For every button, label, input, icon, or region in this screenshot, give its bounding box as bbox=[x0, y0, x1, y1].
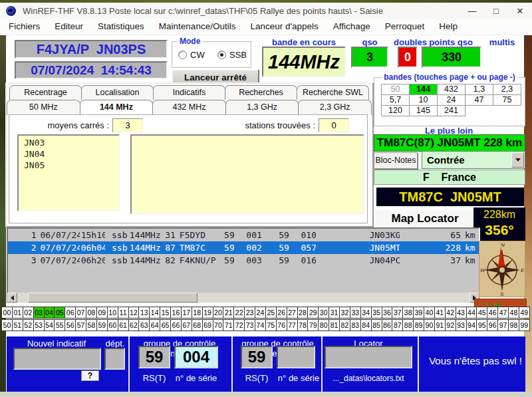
department-cell-11[interactable]: 11 bbox=[118, 307, 129, 319]
department-cell-84[interactable]: 84 bbox=[360, 319, 372, 331]
tab-432-mhz[interactable]: 432 MHz bbox=[152, 100, 226, 115]
band-button-1-3[interactable]: 1,3 bbox=[465, 84, 493, 95]
mode-radio-cw[interactable]: CW bbox=[178, 50, 211, 60]
map-locator-button[interactable]: Map Locator bbox=[375, 210, 475, 229]
department-cell-45[interactable]: 45 bbox=[476, 307, 487, 319]
department-cell-30[interactable]: 30 bbox=[318, 307, 329, 319]
department-cell-67[interactable]: 67 bbox=[181, 319, 192, 331]
contree-dropdown[interactable]: Contrée bbox=[422, 151, 525, 169]
department-cell-64[interactable]: 64 bbox=[149, 319, 160, 331]
band-button-5-7[interactable]: 5,7 bbox=[381, 94, 410, 106]
band-button-241[interactable]: 241 bbox=[437, 105, 466, 116]
department-cell-52[interactable]: 52 bbox=[23, 319, 34, 331]
department-cell-58[interactable]: 58 bbox=[86, 319, 97, 331]
department-cell-05[interactable]: 05 bbox=[54, 307, 65, 319]
department-cell-17[interactable]: 17 bbox=[181, 307, 192, 319]
radio-cw-icon[interactable] bbox=[178, 51, 187, 59]
scrollbar-track[interactable] bbox=[17, 293, 469, 303]
department-cell-66[interactable]: 66 bbox=[170, 319, 182, 331]
tab-indicatifs[interactable]: Indicatifs bbox=[153, 85, 225, 100]
department-cell-81[interactable]: 81 bbox=[329, 319, 340, 331]
department-cell-32[interactable]: 32 bbox=[339, 307, 350, 319]
menu-item-statistiques[interactable]: Statistiques bbox=[90, 19, 152, 35]
department-cell-29[interactable]: 29 bbox=[307, 307, 319, 319]
band-button-75[interactable]: 75 bbox=[493, 94, 521, 106]
department-cell-33[interactable]: 33 bbox=[350, 307, 361, 319]
department-cell-65[interactable]: 65 bbox=[160, 319, 171, 331]
new-callsign-input[interactable] bbox=[13, 348, 101, 370]
scroll-left-icon[interactable] bbox=[7, 293, 17, 303]
department-cell-50[interactable]: 50 bbox=[1, 319, 13, 331]
tab-recherches[interactable]: Recherches bbox=[225, 85, 297, 100]
department-cell-56[interactable]: 56 bbox=[65, 319, 76, 331]
department-cell-39[interactable]: 39 bbox=[413, 307, 424, 319]
department-cell-15[interactable]: 15 bbox=[160, 307, 171, 319]
department-cell-86[interactable]: 86 bbox=[382, 319, 393, 331]
department-cell-18[interactable]: 18 bbox=[192, 307, 203, 319]
department-cell-37[interactable]: 37 bbox=[392, 307, 403, 319]
band-button-432[interactable]: 432 bbox=[437, 84, 466, 95]
department-cell-99[interactable]: 99 bbox=[519, 319, 530, 331]
department-cell-88[interactable]: 88 bbox=[402, 319, 414, 331]
menu-item-perroquet[interactable]: Perroquet bbox=[378, 19, 432, 35]
department-cell-72[interactable]: 72 bbox=[233, 319, 245, 331]
qso-log-row[interactable]: 106/07/2415h10ssb144MHz31F5DYD5900159010… bbox=[8, 229, 479, 241]
department-cell-13[interactable]: 13 bbox=[138, 307, 150, 319]
department-cell-62[interactable]: 62 bbox=[128, 319, 140, 331]
department-cell-95[interactable]: 95 bbox=[476, 319, 487, 331]
department-cell-46[interactable]: 46 bbox=[487, 307, 498, 319]
department-cell-48[interactable]: 48 bbox=[508, 307, 519, 319]
menu-item-editeur[interactable]: Editeur bbox=[47, 19, 90, 35]
department-cell-22[interactable]: 22 bbox=[233, 307, 245, 319]
department-cell-28[interactable]: 28 bbox=[297, 307, 309, 319]
department-cell-93[interactable]: 93 bbox=[456, 319, 467, 331]
department-cell-60[interactable]: 60 bbox=[107, 319, 118, 331]
band-button-24[interactable]: 24 bbox=[437, 94, 466, 106]
department-cell-76[interactable]: 76 bbox=[276, 319, 287, 331]
department-cell-02[interactable]: 02 bbox=[23, 307, 34, 319]
department-cell-04[interactable]: 04 bbox=[44, 307, 55, 319]
department-cell-20[interactable]: 20 bbox=[213, 307, 224, 319]
tab-144-mhz[interactable]: 144 MHz bbox=[80, 100, 154, 115]
menu-item-lanceur-d-appels[interactable]: Lanceur d'appels bbox=[243, 19, 325, 35]
help-button[interactable]: ? bbox=[81, 370, 99, 381]
department-cell-24[interactable]: 24 bbox=[255, 307, 266, 319]
department-cell-83[interactable]: 83 bbox=[350, 319, 361, 331]
department-cell-34[interactable]: 34 bbox=[360, 307, 372, 319]
band-button-50[interactable]: 50 bbox=[381, 84, 410, 95]
tab-recentrage[interactable]: Recentrage bbox=[9, 85, 82, 100]
department-cell-97[interactable]: 97 bbox=[497, 319, 509, 331]
department-cell-36[interactable]: 36 bbox=[382, 307, 393, 319]
qso-log-list[interactable]: 106/07/2415h10ssb144MHz31F5DYD5900159010… bbox=[7, 227, 480, 303]
band-button-10[interactable]: 10 bbox=[409, 94, 438, 106]
department-cell-47[interactable]: 47 bbox=[497, 307, 509, 319]
department-cell-77[interactable]: 77 bbox=[287, 319, 298, 331]
department-cell-98[interactable]: 98 bbox=[508, 319, 519, 331]
tab-50-mhz[interactable]: 50 MHz bbox=[7, 100, 80, 115]
department-cell-19[interactable]: 19 bbox=[202, 307, 213, 319]
department-cell-41[interactable]: 41 bbox=[434, 307, 446, 319]
department-cell-31[interactable]: 31 bbox=[329, 307, 340, 319]
qso-log-row[interactable]: 207/07/2406h04ssb144MHz87TM87C5900259057… bbox=[8, 241, 479, 254]
department-cell-87[interactable]: 87 bbox=[392, 319, 403, 331]
band-button-144[interactable]: 144 bbox=[409, 84, 438, 95]
department-cell-43[interactable]: 43 bbox=[456, 307, 467, 319]
department-cell-74[interactable]: 74 bbox=[255, 319, 266, 331]
band-button-2-3[interactable]: 2,3 bbox=[493, 84, 521, 95]
department-cell-16[interactable]: 16 bbox=[170, 307, 182, 319]
department-cell-59[interactable]: 59 bbox=[96, 319, 108, 331]
department-cell-51[interactable]: 51 bbox=[12, 319, 23, 331]
menu-item-fichiers[interactable]: Fichiers bbox=[1, 19, 47, 35]
department-cell-57[interactable]: 57 bbox=[75, 319, 86, 331]
band-button-47[interactable]: 47 bbox=[465, 94, 493, 106]
department-cell-90[interactable]: 90 bbox=[424, 319, 435, 331]
department-cell-00[interactable]: 00 bbox=[1, 307, 13, 319]
department-cell-80[interactable]: 80 bbox=[318, 319, 329, 331]
qso-log-row[interactable]: 307/07/2406h20ssb144MHz82F4KNU/P59003590… bbox=[8, 254, 479, 267]
department-cell-61[interactable]: 61 bbox=[118, 319, 129, 331]
rcvd-serial-input[interactable] bbox=[277, 346, 315, 368]
squares-list[interactable]: JN03JN04JN05 bbox=[17, 134, 120, 211]
department-cell-75[interactable]: 75 bbox=[265, 319, 277, 331]
department-cell-27[interactable]: 27 bbox=[287, 307, 298, 319]
menu-item-help[interactable]: Help bbox=[432, 19, 465, 35]
